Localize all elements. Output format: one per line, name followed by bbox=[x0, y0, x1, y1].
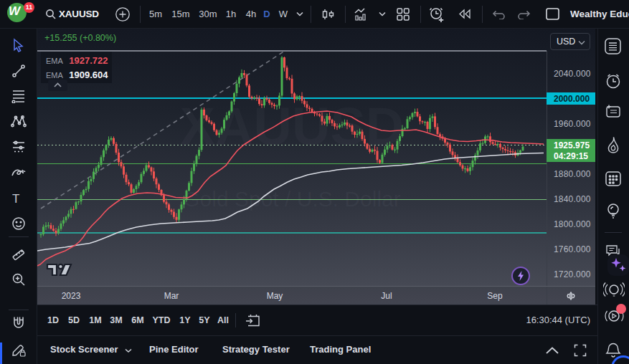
svg-text:Gold Spot / U.S. Dollar: Gold Spot / U.S. Dollar bbox=[183, 187, 400, 211]
